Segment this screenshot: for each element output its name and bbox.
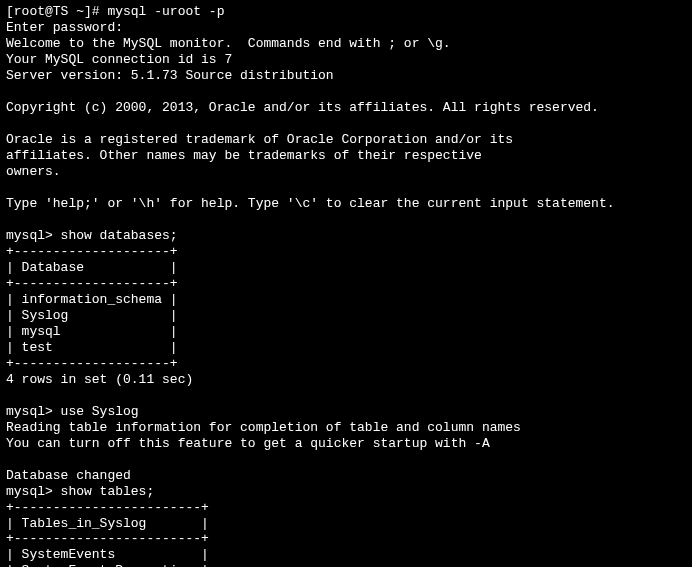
terminal-window[interactable]: [root@TS ~]# mysql -uroot -p Enter passw… xyxy=(0,0,692,567)
table-border: +------------------------+ xyxy=(6,531,209,546)
output-line: Server version: 5.1.73 Source distributi… xyxy=(6,68,334,83)
output-line: Reading table information for completion… xyxy=(6,420,521,435)
table-row: | information_schema | xyxy=(6,292,178,307)
table-row: | mysql | xyxy=(6,324,178,339)
output-line: Oracle is a registered trademark of Orac… xyxy=(6,132,513,147)
table-header: | Tables_in_Syslog | xyxy=(6,516,209,531)
table-border: +--------------------+ xyxy=(6,244,178,259)
table-border: +------------------------+ xyxy=(6,500,209,515)
mysql-prompt-line: mysql> show tables; xyxy=(6,484,154,499)
table-border: +--------------------+ xyxy=(6,276,178,291)
table-row: | SystemEvents | xyxy=(6,547,209,562)
output-line: owners. xyxy=(6,164,61,179)
output-line: Enter password: xyxy=(6,20,123,35)
table-row: | test | xyxy=(6,340,178,355)
output-line: Database changed xyxy=(6,468,131,483)
output-line: Copyright (c) 2000, 2013, Oracle and/or … xyxy=(6,100,599,115)
table-row: | SystemEventsProperties | xyxy=(6,563,209,567)
mysql-prompt-line: mysql> show databases; xyxy=(6,228,178,243)
output-line: Welcome to the MySQL monitor. Commands e… xyxy=(6,36,451,51)
mysql-prompt-line: mysql> use Syslog xyxy=(6,404,139,419)
table-row: | Syslog | xyxy=(6,308,178,323)
output-line: Your MySQL connection id is 7 xyxy=(6,52,232,67)
output-line: You can turn off this feature to get a q… xyxy=(6,436,490,451)
shell-prompt-line: [root@TS ~]# mysql -uroot -p xyxy=(6,4,224,19)
table-border: +--------------------+ xyxy=(6,356,178,371)
table-header: | Database | xyxy=(6,260,178,275)
output-line: Type 'help;' or '\h' for help. Type '\c'… xyxy=(6,196,615,211)
output-line: affiliates. Other names may be trademark… xyxy=(6,148,482,163)
result-summary: 4 rows in set (0.11 sec) xyxy=(6,372,193,387)
